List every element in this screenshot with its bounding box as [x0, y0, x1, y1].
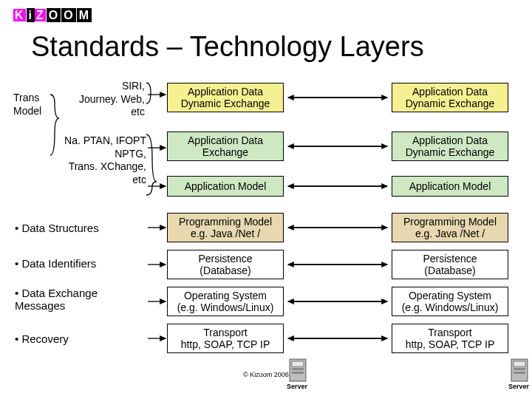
boxB-prog-model: Programming Model e.g. Java /Net /: [392, 213, 508, 242]
bullet-recovery: • Recovery: [15, 332, 69, 345]
boxA-prog-model: Programming Model e.g. Java /Net /: [167, 213, 284, 242]
footer-copyright: © Kizoom 2006: [0, 371, 532, 378]
boxB-app-data-dyn: Application Data Dynamic Exchange: [392, 83, 508, 112]
page-title: Standards – Technology Layers: [31, 31, 424, 63]
server-label-a: Server: [287, 383, 307, 390]
boxA-os: Operating System (e.g. Windows/Linux): [167, 287, 284, 316]
boxB-app-model: Application Model: [392, 176, 508, 197]
boxA-app-data-dyn: Application Data Dynamic Exchange: [167, 83, 284, 112]
boxA-app-data-exch: Application Data Exchange: [167, 132, 284, 161]
boxB-os: Operating System (e.g. Windows/Linux): [392, 287, 508, 316]
bullet-data-structures: • Data Structures: [15, 222, 99, 234]
boxA-persistence: Persistence (Database): [167, 250, 284, 279]
brand-logo: KiZOOM: [13, 9, 92, 22]
label-trans-model: Trans Model: [13, 92, 49, 117]
svg-rect-27: [514, 368, 525, 370]
boxB-app-data-dyn2: Application Data Dynamic Exchange: [392, 132, 508, 161]
svg-rect-22: [292, 361, 304, 366]
svg-rect-23: [292, 368, 304, 370]
boxA-transport: Transport http, SOAP, TCP IP: [167, 324, 284, 353]
boxB-transport: Transport http, SOAP, TCP IP: [392, 324, 508, 353]
boxA-app-model: Application Model: [167, 176, 284, 197]
boxB-persistence: Persistence (Database): [392, 250, 508, 279]
bullet-data-identifiers: • Data Identifiers: [15, 257, 96, 270]
server-label-b: Server: [508, 383, 529, 390]
bullet-data-exchange: • Data Exchange Messages: [15, 287, 98, 312]
label-siri: SIRI, Journey. Web, etc: [66, 80, 145, 119]
svg-rect-26: [514, 361, 525, 366]
label-naptan: Na. PTAN, IFOPT NPTG, Trans. XChange, et…: [53, 134, 146, 186]
